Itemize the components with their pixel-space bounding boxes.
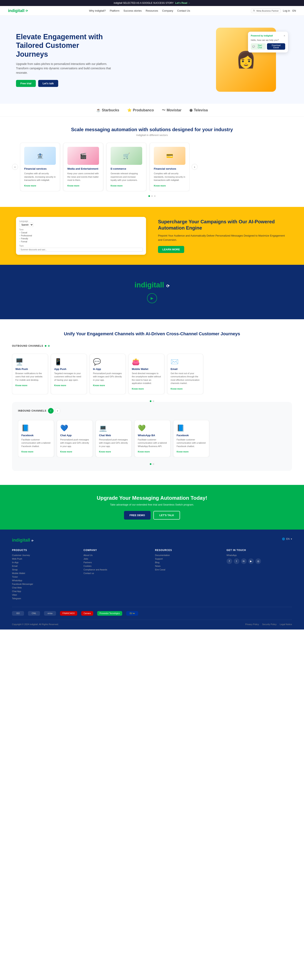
outbound-section: OUTBOUND CHANNELS 🖥️ Web Push Browser no…: [12, 345, 292, 402]
products-title: PRODUCTS: [12, 549, 78, 552]
start-chat-button[interactable]: 💬 Start Chat: [251, 43, 266, 50]
facebook-2-desc: Facilitate customer communication with a…: [177, 438, 206, 448]
login-button[interactable]: Log in: [283, 9, 290, 12]
play-button[interactable]: ▶: [147, 293, 157, 303]
outbound-dot-1[interactable]: [153, 400, 154, 402]
chat-app-know-more[interactable]: Know more: [60, 450, 72, 453]
facebook-social-icon[interactable]: f: [226, 558, 232, 564]
inbound-dot-1[interactable]: [153, 463, 154, 465]
footer-blog[interactable]: Blog: [155, 561, 221, 563]
download-ebook-button[interactable]: Download Ebook: [267, 43, 285, 50]
footer-whatsapp[interactable]: WhatsApp: [12, 579, 78, 582]
industry-card-2: 🛒 E-commerce Generate relevant shopping …: [106, 143, 146, 191]
next-industry-button[interactable]: ›: [192, 164, 198, 170]
know-more-0[interactable]: Know more: [24, 185, 36, 187]
web-push-know-more[interactable]: Know more: [16, 384, 27, 387]
nav-company[interactable]: Company: [162, 9, 173, 12]
security-policy-link[interactable]: Security Policy: [262, 623, 277, 625]
facebook-know-more[interactable]: Know more: [21, 450, 33, 453]
nav-resources[interactable]: Resources: [146, 9, 158, 12]
footer-whatsapp-link[interactable]: WhatsApp: [226, 554, 292, 557]
footer-messenger[interactable]: Facebook Messenger: [12, 583, 78, 585]
footer-about[interactable]: About Us: [84, 554, 149, 557]
in-app-know-more[interactable]: Know more: [93, 384, 105, 387]
footer-chat-app[interactable]: Chat App: [12, 590, 78, 592]
twitter-social-icon[interactable]: t: [234, 558, 239, 564]
privacy-policy-link[interactable]: Privacy Policy: [245, 623, 259, 625]
footer-in-app[interactable]: In-App: [12, 561, 78, 563]
logo[interactable]: indigitall ⟳: [8, 8, 28, 13]
nav-platform[interactable]: Platform: [110, 9, 119, 12]
prev-industry-button[interactable]: ‹: [12, 164, 18, 170]
lets-talk-button[interactable]: Let's talk: [38, 80, 58, 87]
channel-facebook-2: 📘 Facebook Facilitate customer communica…: [173, 420, 209, 457]
dot-0[interactable]: [149, 195, 150, 197]
tone-professional[interactable]: Professional: [19, 234, 32, 237]
footer-partners[interactable]: Partners: [84, 561, 149, 563]
legal-notice-link[interactable]: Legal Notice: [280, 623, 292, 625]
language-select[interactable]: Spanish: [19, 223, 33, 227]
tone-casual[interactable]: Casual: [19, 231, 32, 234]
close-icon[interactable]: ✕: [283, 35, 285, 37]
footer-eire-canal[interactable]: Eire Canal: [155, 568, 221, 571]
footer-chat-web[interactable]: Chat Web: [12, 586, 78, 589]
outbound-cards: 🖥️ Web Push Browser notifications to the…: [12, 354, 292, 395]
footer-mobile-wallet[interactable]: Mobile Wallet: [12, 572, 78, 574]
learn-more-button[interactable]: LEARN MORE: [158, 246, 184, 253]
footer-jobs[interactable]: Jobs: [84, 558, 149, 560]
tone-friendly[interactable]: Friendly: [19, 237, 32, 240]
outbound-dot-0[interactable]: [150, 400, 151, 402]
chat-web-know-more[interactable]: Know more: [99, 450, 111, 453]
facebook-2-know-more[interactable]: Know more: [177, 450, 188, 453]
whatsapp-know-more[interactable]: Know more: [138, 450, 150, 453]
footer-sinap[interactable]: Sinap: [12, 568, 78, 571]
nav-contact[interactable]: Contact Us: [177, 9, 190, 12]
know-more-1[interactable]: Know more: [67, 185, 79, 187]
linkedin-social-icon[interactable]: in: [241, 558, 247, 564]
know-more-2[interactable]: Know more: [111, 185, 123, 187]
facebook-2-icon: 📘: [177, 424, 206, 432]
footer-support[interactable]: Support: [155, 558, 221, 560]
footer-cookies[interactable]: Cookies: [84, 565, 149, 567]
dot-2[interactable]: [154, 195, 155, 197]
free-demo-button[interactable]: FREE DEMO: [124, 511, 150, 520]
youtube-social-icon[interactable]: ▶: [248, 558, 254, 564]
footer-telegram[interactable]: Telegram: [12, 597, 78, 600]
banner-link[interactable]: Let's Read →: [175, 2, 190, 5]
tone-formal[interactable]: Formal: [19, 240, 32, 243]
footer-customer-journey[interactable]: Customer Journey: [12, 554, 78, 557]
footer-certifications: ISO CNIL enisa FINANCIADO Camara Proveed…: [12, 607, 292, 620]
meta-icon: ℳ: [253, 10, 255, 12]
cert-proveedor: Proveedor Tecnológico: [97, 611, 122, 616]
dot-1[interactable]: [151, 195, 153, 197]
inbound-prev-button[interactable]: ‹: [48, 408, 54, 414]
footer-viber[interactable]: Viber: [12, 593, 78, 596]
nav-why[interactable]: Why indigitall?: [89, 9, 106, 12]
chat-app-icon: 💙: [60, 424, 89, 432]
footer-documentation[interactable]: Documentation: [155, 554, 221, 557]
footer-news[interactable]: News: [155, 565, 221, 567]
footer-language-selector[interactable]: 🌐 EN ▾: [282, 538, 292, 540]
industry-card-title-3: Financial services: [154, 167, 185, 170]
footer-compliance[interactable]: Compliance and Awards: [84, 568, 149, 571]
topic-input[interactable]: [19, 248, 143, 251]
web-push-icon: 🖥️: [16, 358, 44, 366]
instagram-social-icon[interactable]: ◎: [255, 558, 261, 564]
footer-ticker[interactable]: Ticker: [12, 576, 78, 578]
cta-lets-talk-button[interactable]: LET'S TALK: [154, 511, 180, 520]
app-push-know-more[interactable]: Know more: [54, 384, 66, 387]
footer-contact[interactable]: Contact us: [84, 572, 149, 574]
free-trial-button[interactable]: Free trial: [16, 80, 36, 87]
outbound-dots: [12, 400, 292, 402]
footer-email[interactable]: Email: [12, 565, 78, 567]
mobile-wallet-know-more[interactable]: Know more: [132, 388, 144, 390]
industry-card-title-1: Media and Entertainment: [67, 167, 99, 170]
footer-web-push[interactable]: Web Push: [12, 558, 78, 560]
hero-title: Elevate Engagement with Tailored Custome…: [16, 32, 112, 59]
nav-success[interactable]: Success stories: [124, 9, 142, 12]
language-selector[interactable]: EN: [292, 9, 296, 12]
inbound-dot-0[interactable]: [150, 463, 151, 465]
email-know-more[interactable]: Know more: [171, 388, 183, 390]
inbound-next-button[interactable]: ›: [55, 408, 60, 414]
know-more-3[interactable]: Know more: [154, 185, 166, 187]
